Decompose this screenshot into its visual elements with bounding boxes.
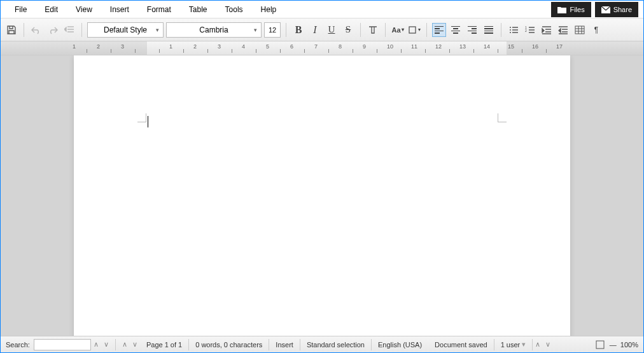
document-canvas[interactable] — [1, 55, 643, 336]
table-insert-icon[interactable] — [573, 23, 587, 37]
outdent-icon[interactable] — [62, 23, 76, 37]
align-justify-button[interactable] — [482, 23, 496, 37]
separator — [360, 23, 361, 37]
undo-icon[interactable] — [29, 23, 43, 37]
font-name-dropdown[interactable]: Cambria ▾ — [166, 22, 262, 38]
statusbar: Search: ∧ ∨ ∧ ∨ Page 1 of 1 0 words, 0 c… — [1, 336, 643, 352]
zoom-level[interactable]: 100% — [620, 341, 638, 349]
menu-file[interactable]: File — [6, 1, 36, 18]
underline-button[interactable]: U — [325, 23, 339, 37]
align-right-button[interactable] — [465, 23, 479, 37]
menubar: File Edit View Insert Format Table Tools… — [1, 1, 643, 18]
find-up-icon[interactable]: ∧ — [120, 340, 130, 349]
margin-corner-top-left — [137, 113, 146, 122]
search-next-icon[interactable]: ∨ — [101, 340, 111, 349]
word-count[interactable]: 0 words, 0 characters — [189, 339, 269, 350]
svg-rect-8 — [596, 341, 604, 349]
save-status: Document saved — [428, 339, 494, 350]
separator — [115, 339, 116, 350]
search-label: Search: — [6, 341, 30, 349]
separator — [385, 23, 386, 37]
font-size-value: 12 — [269, 26, 276, 34]
svg-rect-7 — [575, 26, 584, 34]
menu-insert[interactable]: Insert — [101, 1, 138, 18]
align-center-button[interactable] — [449, 23, 463, 37]
prev-page-icon[interactable]: ∧ — [533, 340, 543, 349]
toolbar: Default Style ▾ Cambria ▾ 12 B I U S Aa▾… — [1, 18, 643, 41]
menu-help[interactable]: Help — [252, 1, 286, 18]
highlight-button[interactable]: ▾ — [407, 23, 421, 37]
font-size-input[interactable]: 12 — [264, 22, 281, 38]
svg-point-2 — [510, 27, 511, 28]
horizontal-ruler[interactable]: 3211234567891011121314151617 — [1, 41, 643, 55]
separator — [501, 23, 501, 37]
bullet-list-icon[interactable] — [507, 23, 521, 37]
menu-table[interactable]: Table — [180, 1, 216, 18]
files-label: Files — [570, 6, 584, 13]
search-prev-icon[interactable]: ∧ — [91, 340, 101, 349]
svg-rect-1 — [409, 27, 416, 33]
bold-button[interactable]: B — [291, 23, 305, 37]
character-button[interactable]: Aa▾ — [391, 23, 405, 37]
align-left-button[interactable] — [432, 23, 446, 37]
zoom-out-icon[interactable]: — — [606, 341, 620, 349]
selection-mode[interactable]: Standard selection — [300, 339, 372, 350]
share-button[interactable]: Share — [595, 2, 638, 17]
number-list-icon[interactable]: 12 — [523, 23, 537, 37]
chevron-down-icon: ▾ — [254, 27, 257, 33]
svg-point-4 — [510, 32, 511, 33]
search-input[interactable] — [34, 339, 91, 350]
zoom-fit-icon[interactable] — [594, 338, 606, 352]
page[interactable] — [74, 55, 570, 336]
topright-buttons: Files Share — [551, 2, 638, 17]
files-button[interactable]: Files — [551, 2, 591, 17]
italic-button[interactable]: I — [308, 23, 322, 37]
indent-increase-icon[interactable] — [540, 23, 554, 37]
page-status[interactable]: Page 1 of 1 — [140, 339, 189, 350]
chevron-down-icon: ▾ — [156, 27, 159, 33]
menu-tools[interactable]: Tools — [216, 1, 252, 18]
clear-formatting-icon[interactable] — [366, 23, 380, 37]
redo-icon[interactable] — [46, 23, 60, 37]
folder-icon — [557, 6, 566, 13]
paragraph-marks-icon[interactable]: ¶ — [589, 23, 603, 37]
margin-corner-top-right — [498, 113, 507, 122]
save-icon[interactable] — [4, 23, 18, 37]
find-down-icon[interactable]: ∨ — [130, 340, 140, 349]
text-cursor — [148, 116, 148, 127]
separator — [286, 23, 286, 37]
svg-text:2: 2 — [525, 29, 527, 32]
indent-decrease-icon[interactable] — [556, 23, 570, 37]
menu-format[interactable]: Format — [138, 1, 180, 18]
insert-mode[interactable]: Insert — [269, 339, 300, 350]
paragraph-style-dropdown[interactable]: Default Style ▾ — [87, 22, 164, 38]
language-status[interactable]: English (USA) — [372, 339, 428, 350]
menu-edit[interactable]: Edit — [36, 1, 67, 18]
share-label: Share — [613, 6, 632, 13]
font-name-value: Cambria — [199, 25, 228, 34]
separator — [24, 23, 24, 37]
separator — [426, 23, 427, 37]
users-status[interactable]: 1 user▾ — [494, 339, 533, 350]
menu-view[interactable]: View — [67, 1, 101, 18]
separator — [81, 23, 82, 37]
next-page-icon[interactable]: ∨ — [543, 340, 553, 349]
svg-point-3 — [510, 29, 511, 31]
strikethrough-button[interactable]: S — [341, 23, 355, 37]
mail-icon — [601, 6, 610, 13]
paragraph-style-value: Default Style — [104, 25, 147, 34]
